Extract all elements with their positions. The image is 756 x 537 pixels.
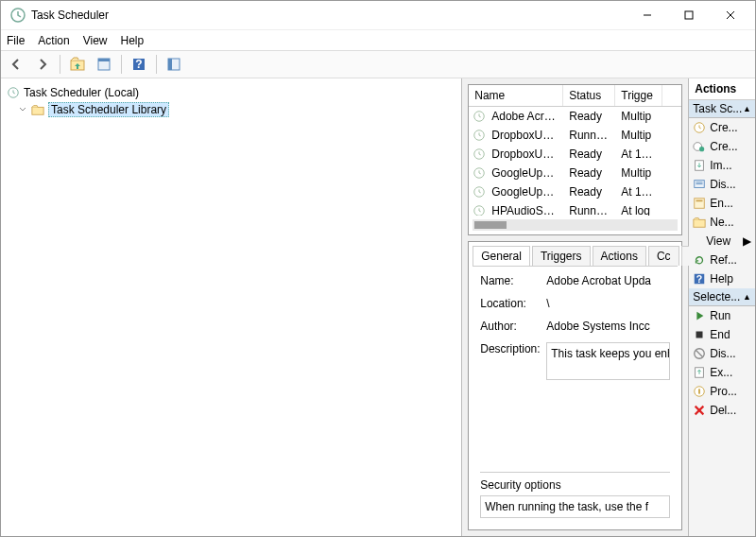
svg-text:?: ? bbox=[135, 58, 142, 71]
action-label: End bbox=[710, 328, 730, 341]
titlebar: Task Scheduler bbox=[1, 1, 755, 29]
minimize-button[interactable] bbox=[627, 2, 668, 28]
clock-icon bbox=[472, 129, 486, 142]
security-options-value: When running the task, use the f bbox=[480, 495, 670, 518]
action-label: Cre... bbox=[710, 140, 737, 153]
action-ne[interactable]: Ne... bbox=[689, 213, 755, 232]
svg-rect-32 bbox=[696, 332, 703, 338]
actions-group1-items: Cre...Cre...Im...Dis...En...Ne...View▶Re… bbox=[689, 118, 755, 288]
task-row[interactable]: GoogleUpda... Ready Multip bbox=[469, 164, 681, 182]
task-trigger: Multip bbox=[615, 166, 662, 180]
svg-rect-25 bbox=[696, 182, 703, 182]
action-cre[interactable]: Cre... bbox=[689, 118, 755, 137]
action-label: Help bbox=[710, 272, 733, 286]
task-row[interactable]: Adobe Acrob... Ready Multip bbox=[469, 107, 681, 126]
scrollbar-thumb[interactable] bbox=[474, 221, 507, 229]
details-body: Name:Adobe Acrobat Upda Location:\ Autho… bbox=[472, 267, 678, 526]
create-basic-icon bbox=[693, 121, 706, 134]
pane-toggle-button[interactable] bbox=[163, 53, 185, 76]
maximize-button[interactable] bbox=[668, 2, 710, 28]
actions-pane: Actions Task Sc... ▲ Cre...Cre...Im...Di… bbox=[689, 78, 755, 536]
action-del[interactable]: Del... bbox=[689, 401, 755, 420]
task-name: GoogleUpda... bbox=[486, 166, 563, 180]
back-button[interactable] bbox=[5, 53, 27, 76]
action-dis[interactable]: Dis... bbox=[689, 344, 755, 363]
display-icon bbox=[693, 178, 706, 191]
task-trigger: At 10:5 bbox=[615, 185, 662, 199]
action-cre[interactable]: Cre... bbox=[689, 137, 755, 156]
security-options-label: Security options bbox=[480, 478, 670, 492]
task-trigger: At 10:0 bbox=[615, 147, 662, 161]
tree-library[interactable]: Task Scheduler Library bbox=[5, 101, 457, 118]
task-row[interactable]: HPAudioSwit... Running At log bbox=[469, 201, 681, 216]
props-icon bbox=[693, 385, 706, 398]
action-label: Im... bbox=[710, 159, 731, 172]
close-button[interactable] bbox=[710, 2, 751, 28]
svg-text:?: ? bbox=[696, 273, 702, 285]
task-status: Running bbox=[563, 129, 615, 142]
action-label: Dis... bbox=[710, 178, 735, 191]
task-name: DropboxUpd... bbox=[486, 129, 563, 142]
up-button[interactable] bbox=[66, 53, 89, 76]
menu-file[interactable]: File bbox=[7, 34, 25, 47]
svg-line-34 bbox=[696, 351, 703, 357]
app-window: Task Scheduler File Action View Help ? T… bbox=[0, 0, 756, 537]
clock-icon bbox=[472, 204, 486, 216]
task-row[interactable]: DropboxUpd... Ready At 10:0 bbox=[469, 145, 681, 164]
action-ex[interactable]: Ex... bbox=[689, 363, 755, 382]
action-dis[interactable]: Dis... bbox=[689, 175, 755, 194]
properties-button[interactable] bbox=[93, 53, 115, 76]
action-en[interactable]: En... bbox=[689, 194, 755, 213]
horizontal-scrollbar[interactable] bbox=[472, 219, 678, 231]
svg-rect-28 bbox=[696, 200, 703, 202]
action-im[interactable]: Im... bbox=[689, 156, 755, 175]
actions-group-library[interactable]: Task Sc... ▲ bbox=[689, 100, 755, 118]
action-run[interactable]: Run bbox=[689, 306, 755, 325]
import-icon bbox=[693, 159, 706, 172]
tab-conditions[interactable]: Cc bbox=[648, 246, 679, 266]
task-list-body: Adobe Acrob... Ready Multip DropboxUpd..… bbox=[469, 107, 681, 216]
menu-view[interactable]: View bbox=[83, 34, 108, 47]
column-trigger[interactable]: Trigge bbox=[615, 85, 662, 106]
task-status: Ready bbox=[563, 166, 615, 180]
task-list-header: Name Status Trigge bbox=[469, 85, 681, 107]
task-row[interactable]: DropboxUpd... Running Multip bbox=[469, 126, 681, 145]
menu-action[interactable]: Action bbox=[38, 34, 69, 47]
task-status: Running bbox=[563, 204, 615, 216]
clock-icon bbox=[472, 166, 486, 180]
help-button[interactable]: ? bbox=[128, 53, 150, 76]
action-ref[interactable]: Ref... bbox=[689, 251, 755, 269]
tab-general[interactable]: General bbox=[472, 246, 530, 266]
action-label: Del... bbox=[710, 404, 736, 417]
tree-root[interactable]: Task Scheduler (Local) bbox=[5, 84, 457, 101]
action-help[interactable]: ?Help bbox=[689, 269, 755, 288]
tab-triggers[interactable]: Triggers bbox=[532, 246, 591, 266]
disable-icon bbox=[693, 347, 706, 360]
action-view[interactable]: View▶ bbox=[689, 232, 755, 251]
action-pro[interactable]: Pro... bbox=[689, 382, 755, 401]
tree-root-label: Task Scheduler (Local) bbox=[24, 86, 139, 99]
task-row[interactable]: GoogleUpda... Ready At 10:5 bbox=[469, 182, 681, 201]
column-status[interactable]: Status bbox=[563, 85, 615, 106]
name-value: Adobe Acrobat Upda bbox=[546, 274, 670, 287]
svg-rect-7 bbox=[98, 59, 110, 61]
tab-actions[interactable]: Actions bbox=[593, 246, 646, 266]
action-label: Dis... bbox=[710, 347, 735, 360]
forward-button[interactable] bbox=[31, 53, 54, 76]
column-name[interactable]: Name bbox=[469, 85, 563, 106]
menu-help[interactable]: Help bbox=[121, 34, 145, 47]
clock-icon bbox=[472, 185, 486, 199]
menubar: File Action View Help bbox=[1, 29, 755, 50]
task-trigger: Multip bbox=[615, 110, 662, 123]
app-title: Task Scheduler bbox=[31, 9, 627, 22]
task-name: DropboxUpd... bbox=[486, 147, 563, 161]
actions-group-selected[interactable]: Selecte... ▲ bbox=[689, 288, 755, 306]
location-label: Location: bbox=[480, 297, 546, 310]
location-value: \ bbox=[546, 297, 670, 310]
action-end[interactable]: End bbox=[689, 325, 755, 344]
task-status: Ready bbox=[563, 110, 615, 123]
chevron-down-icon bbox=[18, 105, 27, 114]
window-buttons bbox=[627, 2, 751, 28]
action-label: En... bbox=[710, 197, 733, 210]
description-value: This task keeps you enhancements and bbox=[546, 342, 670, 380]
